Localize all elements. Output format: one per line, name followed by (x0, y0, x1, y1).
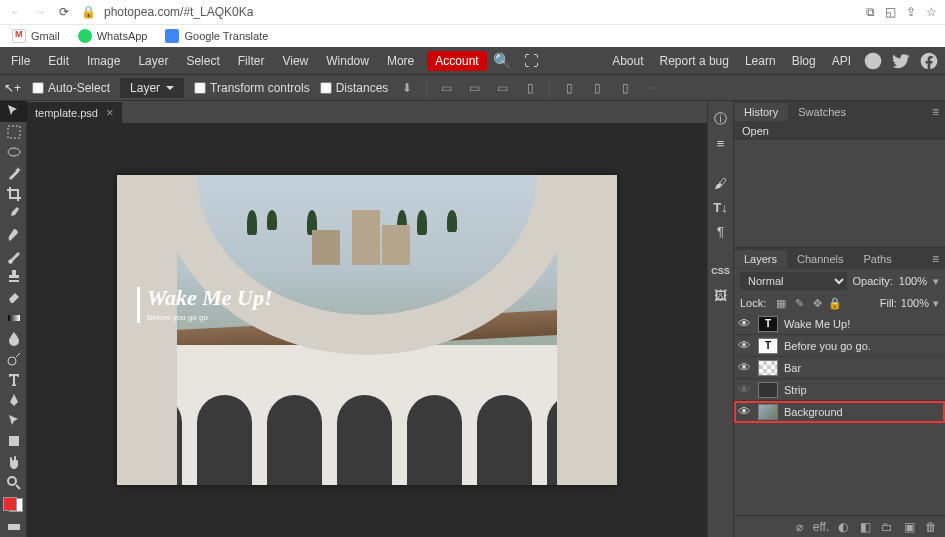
search-icon[interactable]: 🔍 (487, 52, 518, 70)
blur-tool[interactable] (0, 328, 27, 349)
color-swatch[interactable] (3, 497, 23, 512)
wand-tool[interactable] (0, 163, 27, 184)
css-panel-icon[interactable]: CSS (711, 261, 731, 281)
bookmark-translate[interactable]: Google Translate (165, 29, 268, 43)
layer-group-icon[interactable]: 🗀 (879, 519, 895, 535)
distribute-left-icon[interactable]: ▯ (560, 79, 578, 97)
layer-row-background[interactable]: 👁 Background (734, 401, 945, 423)
heal-tool[interactable] (0, 225, 27, 246)
blend-mode-select[interactable]: Normal (740, 272, 847, 290)
paragraph-panel-icon[interactable]: ¶ (711, 221, 731, 241)
share-icon[interactable]: ⇪ (906, 5, 916, 19)
menu-filter[interactable]: Filter (229, 49, 274, 73)
lock-brush-icon[interactable]: ✎ (792, 296, 806, 310)
adjustment-layer-icon[interactable]: ◧ (857, 519, 873, 535)
menu-edit[interactable]: Edit (39, 49, 78, 73)
new-layer-icon[interactable]: ▣ (901, 519, 917, 535)
opacity-slider-icon[interactable]: ▾ (933, 275, 939, 288)
fill-value[interactable]: 100% (901, 297, 929, 309)
foreground-color[interactable] (3, 497, 17, 511)
document-tab[interactable]: template.psd × (27, 101, 122, 123)
transform-controls-checkbox[interactable]: Transform controls (194, 81, 310, 95)
auto-select-checkbox[interactable]: Auto-Select (32, 81, 110, 95)
layer-dropdown[interactable]: Layer (120, 78, 184, 98)
thumbnail-panel-icon[interactable]: 🖼 (711, 285, 731, 305)
align-right-icon[interactable]: ▭ (493, 79, 511, 97)
brush-tool[interactable] (0, 245, 27, 266)
align-top-icon[interactable]: ▯ (521, 79, 539, 97)
distances-checkbox[interactable]: Distances (320, 81, 389, 95)
fill-slider-icon[interactable]: ▾ (933, 297, 939, 310)
lock-all-icon[interactable]: 🔒 (828, 296, 842, 310)
eraser-tool[interactable] (0, 287, 27, 308)
layer-row-strip[interactable]: 👁 Strip (734, 379, 945, 401)
close-tab-icon[interactable]: × (106, 105, 114, 120)
menu-layer[interactable]: Layer (129, 49, 177, 73)
menu-report[interactable]: Report a bug (652, 49, 737, 73)
back-icon[interactable]: ← (8, 4, 24, 20)
eyedropper-tool[interactable] (0, 204, 27, 225)
bookmark-whatsapp[interactable]: WhatsApp (78, 29, 148, 43)
marquee-tool[interactable] (0, 122, 27, 143)
layer-mask-icon[interactable]: ◐ (835, 519, 851, 535)
align-left-icon[interactable]: ▭ (437, 79, 455, 97)
distribute-right-icon[interactable]: ▯ (616, 79, 634, 97)
tab-layers[interactable]: Layers (734, 250, 787, 268)
hand-tool[interactable] (0, 452, 27, 473)
menu-select[interactable]: Select (177, 49, 228, 73)
twitter-icon[interactable] (891, 51, 911, 71)
zoom-tool[interactable] (0, 472, 27, 493)
type-tool[interactable] (0, 369, 27, 390)
menu-more[interactable]: More (378, 49, 423, 73)
shape-tool[interactable] (0, 431, 27, 452)
gradient-tool[interactable] (0, 307, 27, 328)
menu-image[interactable]: Image (78, 49, 129, 73)
quick-mask-tool[interactable] (0, 516, 27, 537)
character-panel-icon[interactable]: T↓ (711, 197, 731, 217)
crop-tool[interactable] (0, 184, 27, 205)
download-icon[interactable]: ⬇ (398, 79, 416, 97)
menu-file[interactable]: File (2, 49, 39, 73)
menu-api[interactable]: API (824, 49, 859, 73)
history-panel-menu-icon[interactable]: ≡ (926, 105, 945, 119)
canvas-viewport[interactable]: Wake Me Up! Before you go go (27, 123, 707, 537)
visibility-icon[interactable]: 👁 (738, 382, 752, 397)
visibility-icon[interactable]: 👁 (738, 404, 752, 419)
opacity-value[interactable]: 100% (899, 275, 927, 287)
forward-icon[interactable]: → (32, 4, 48, 20)
dodge-tool[interactable] (0, 349, 27, 370)
menu-blog[interactable]: Blog (784, 49, 824, 73)
visibility-icon[interactable]: 👁 (738, 338, 752, 353)
layers-panel-menu-icon[interactable]: ≡ (926, 252, 945, 266)
info-panel-icon[interactable]: ⓘ (711, 109, 731, 129)
move-tool[interactable] (0, 101, 27, 122)
lock-pixels-icon[interactable]: ▦ (774, 296, 788, 310)
facebook-icon[interactable] (919, 51, 939, 71)
brush-panel-icon[interactable]: 🖌 (711, 173, 731, 193)
fullscreen-icon[interactable]: ⛶ (518, 52, 545, 69)
layer-row-before-you-go[interactable]: 👁 T Before you go go. (734, 335, 945, 357)
layer-effects-icon[interactable]: eff. (813, 519, 829, 535)
reload-icon[interactable]: ⟳ (56, 4, 72, 20)
path-select-tool[interactable] (0, 410, 27, 431)
pen-tool[interactable] (0, 390, 27, 411)
url-text[interactable]: photopea.com/#t_LAQK0Ka (104, 5, 253, 19)
tab-swatches[interactable]: Swatches (788, 103, 856, 121)
menu-learn[interactable]: Learn (737, 49, 784, 73)
menu-window[interactable]: Window (317, 49, 378, 73)
reddit-icon[interactable] (863, 51, 883, 71)
extensions-icon[interactable]: ◱ (885, 5, 896, 19)
menu-view[interactable]: View (273, 49, 317, 73)
visibility-icon[interactable]: 👁 (738, 316, 752, 331)
install-icon[interactable]: ⧉ (866, 5, 875, 19)
more-align-icon[interactable]: ⋯ (644, 79, 662, 97)
align-center-h-icon[interactable]: ▭ (465, 79, 483, 97)
adjust-panel-icon[interactable]: ≡ (711, 133, 731, 153)
tab-paths[interactable]: Paths (854, 250, 902, 268)
bookmark-gmail[interactable]: Gmail (12, 29, 60, 43)
lasso-tool[interactable] (0, 142, 27, 163)
menu-about[interactable]: About (604, 49, 651, 73)
bookmark-star-icon[interactable]: ☆ (926, 5, 937, 19)
tab-history[interactable]: History (734, 103, 788, 121)
delete-layer-icon[interactable]: 🗑 (923, 519, 939, 535)
